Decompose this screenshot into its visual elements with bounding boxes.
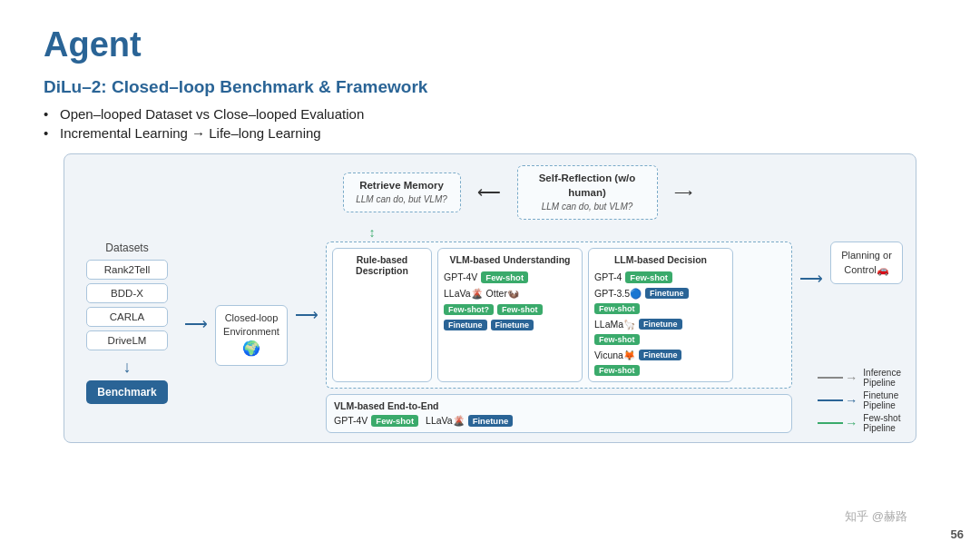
top-arrow-left: ⟵ [477,182,501,202]
vlm-row-llava: LLaVa🌋 Otter🦦 [444,288,576,300]
vlm-row-finetune: Finetune Finetune [444,320,576,330]
llm-row-gpt35: GPT-3.5🔵 Finetune Few-shot [594,288,727,314]
llm-row-gpt4: GPT-4 Few-shot [594,271,727,283]
page-number: 56 [951,527,964,541]
down-arrow-retrieve: ↕ [369,225,376,240]
top-right-connector: ⟶ [674,185,692,200]
retrieve-memory-box: Retrieve Memory LLM can do, but VLM? [343,172,461,212]
dataset-carla: CARLA [86,307,168,327]
section-title: DiLu–2: Closed–loop Benchmark & Framewor… [44,77,936,97]
dataset-drivelm: DriveLM [86,330,168,350]
legend-inference: → InferencePipeline [818,368,901,388]
llm-decision-col: LLM-based Decision GPT-4 Few-shot GPT-3.… [588,248,733,382]
inner-main: Datasets Rank2Tell BDD-X CARLA DriveLM ↓… [77,242,903,433]
bullet-list: Open–looped Dataset vs Close–looped Eval… [44,106,936,141]
vlm-row-fewshot: Few-shot? Few-shot [444,304,576,315]
vlm-end-gpt4v: GPT-4V Few-shot [334,415,418,427]
bullet-1: Open–looped Dataset vs Close–looped Eval… [44,106,936,122]
inner-dashed: Rule-based Description VLM-based Underst… [326,242,792,389]
down-arrow-benchmark: ↓ [123,358,132,377]
legend-fewshot: → Few-shotPipeline [818,413,901,433]
top-row: Retrieve Memory LLM can do, but VLM? ⟵ S… [77,165,903,220]
top-connector-area: ↕ [77,225,903,240]
vlm-end-llava: LLaVa🌋 Finetune [426,415,513,427]
rule-based-col: Rule-based Description [332,248,432,382]
vlm-understanding-col: VLM-based Understanding GPT-4V Few-shot … [437,248,583,382]
llm-row-vicuna: Vicuna🦊 Finetune Few-shot [594,350,727,376]
page-title: Agent [44,25,936,64]
diagram: Retrieve Memory LLM can do, but VLM? ⟵ S… [64,153,916,443]
benchmark-box: Benchmark [86,380,168,404]
closed-loop-arrow: ⟶ [295,242,318,325]
vlm-end-row: GPT-4V Few-shot LLaVa🌋 Finetune [334,415,784,427]
datasets-label: Datasets [105,242,148,254]
planning-box: Planning or Control🚗 [830,242,903,284]
self-reflection-box: Self-Reflection (w/o human) LLM can do, … [517,165,658,220]
legend: → InferencePipeline → FinetunePipeline →… [818,368,901,433]
closed-loop-box: Closed-loop Environment 🌍 [215,305,288,366]
vlm-row-gpt4v: GPT-4V Few-shot [444,271,576,283]
bullet-2: Incremental Learning → Life–long Learnin… [44,125,936,141]
planning-arrow: ⟶ [799,242,823,289]
center-col: Rule-based Description VLM-based Underst… [326,242,792,433]
dataset-bddx: BDD-X [86,283,168,303]
legend-finetune: → FinetunePipeline [818,390,901,410]
watermark: 知乎 @赫路 [845,508,907,525]
llm-row-llama: LLaMa🦙 Finetune Few-shot [594,319,727,345]
datasets-col: Datasets Rank2Tell BDD-X CARLA DriveLM ↓… [77,242,177,404]
benchmark-arrow: ⟶ [184,242,208,334]
vlm-end-box: VLM-based End-to-End GPT-4V Few-shot LLa… [326,394,792,433]
dataset-rank2tell: Rank2Tell [86,260,168,280]
slide: Agent DiLu–2: Closed–loop Benchmark & Fr… [0,0,980,552]
